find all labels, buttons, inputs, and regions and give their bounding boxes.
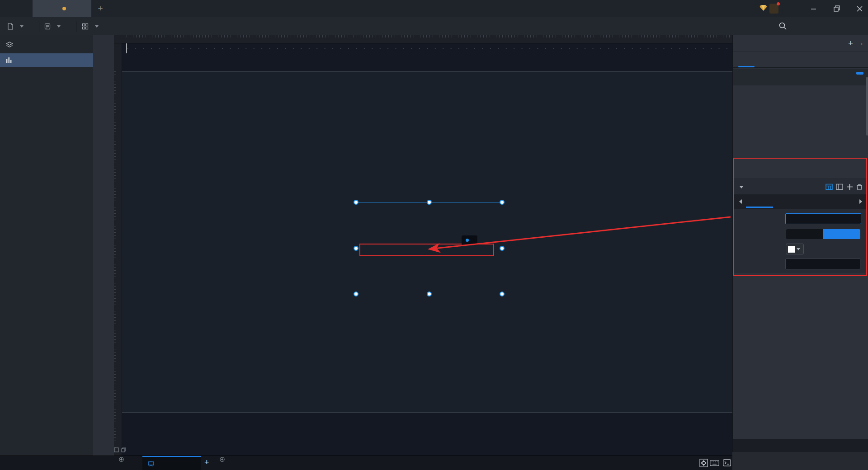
resize-handle-n[interactable] [427,200,432,205]
layer-item-grouped-bar[interactable] [0,53,93,67]
component-title-row [733,69,868,85]
app-window: + [0,0,868,470]
bottombar-divider [720,459,720,467]
bottombar: + [0,456,732,470]
layers-icon [6,42,13,48]
fit-view-icon [699,459,708,467]
window-minimize-button[interactable] [806,3,821,14]
add-background-icon[interactable] [220,457,225,462]
resize-handle-s[interactable] [427,291,432,296]
active-tab-underline [738,66,755,67]
add-board-button[interactable]: + [204,458,209,467]
keyboard-icon [710,460,719,466]
menubar-divider [76,21,76,32]
layers-panel [0,35,93,456]
document-icon [7,23,14,30]
board-icon [148,461,154,467]
resize-handle-sw[interactable] [354,291,359,296]
window-restore-button[interactable] [829,3,844,14]
background-tab[interactable] [220,460,225,465]
annotation-box-guide-line [359,244,494,256]
view-tutorial-button[interactable] [856,72,863,75]
resize-handle-e[interactable] [500,246,505,251]
chevron-down-icon [20,25,24,28]
component-dock [93,35,114,456]
menu-project[interactable] [7,17,24,35]
resize-handle-w[interactable] [354,246,359,251]
console-button[interactable] [723,459,731,466]
menubar [0,17,868,35]
horizontal-ruler [114,35,732,43]
menu-data[interactable] [44,17,61,35]
canvas-dot-grid [124,48,730,49]
resize-handle-nw[interactable] [354,200,359,205]
annotation-box-auxline-section [733,158,867,276]
ruler-origin-marker [126,43,127,53]
shortcuts-button[interactable] [710,460,719,466]
series-dot-icon [466,239,469,242]
chevron-down-icon [57,25,61,28]
foreground-tab[interactable] [119,460,124,465]
expand-states-chevron[interactable]: › [861,40,863,47]
add-foreground-icon[interactable] [119,457,124,462]
search-button[interactable] [778,22,787,30]
statusbar [732,452,868,470]
custom-service-badge[interactable] [769,4,778,14]
vertical-ruler [114,43,122,456]
frame-icon [114,447,119,452]
tab-home[interactable] [0,0,33,17]
tab-project[interactable] [33,0,91,17]
state-header: + › [733,35,868,52]
chart-tooltip [462,235,477,245]
inspector-scrollbar[interactable] [866,77,868,136]
notification-dot-icon [777,2,780,5]
unsaved-dot-icon [62,7,66,10]
menu-operation[interactable] [82,17,99,35]
resize-handle-se[interactable] [500,291,505,296]
bar-chart-icon [6,57,12,63]
grid-icon [82,23,89,30]
subboard-tab[interactable] [142,456,201,470]
search-icon [778,22,787,30]
add-state-button[interactable]: + [848,38,853,48]
titlebar: + [0,0,868,17]
inspector-tabs [733,52,868,68]
menubar-divider [39,21,39,32]
window-close-button[interactable] [852,3,867,14]
frame-stack-icon [121,447,126,452]
resize-handle-ne[interactable] [500,200,505,205]
panel-gap [733,439,868,452]
database-icon [44,23,51,30]
layers-panel-header [0,38,93,52]
gem-icon [760,5,767,11]
canvas-corner-tools[interactable] [114,447,126,452]
chevron-down-icon [95,25,99,28]
fit-view-button[interactable] [699,459,708,467]
new-tab-button[interactable]: + [95,3,106,14]
terminal-icon [723,459,731,466]
